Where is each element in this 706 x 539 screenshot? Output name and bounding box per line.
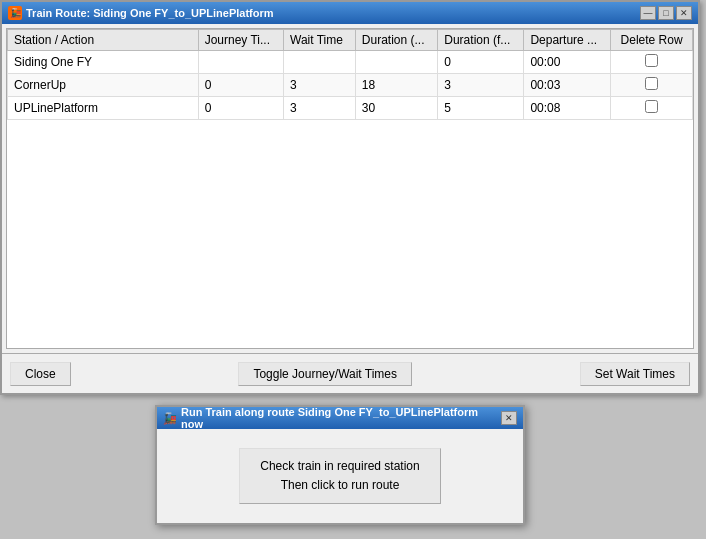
cell-dur2: 0 — [438, 51, 524, 74]
dialog-icon: 🚂 — [163, 412, 177, 425]
cell-journey: 0 — [198, 97, 283, 120]
minimize-button[interactable]: — — [640, 6, 656, 20]
cell-wait: 3 — [284, 97, 356, 120]
cell-station: CornerUp — [8, 74, 199, 97]
title-bar-left: 🚂 Train Route: Siding One FY_to_UPLinePl… — [8, 6, 274, 20]
delete-checkbox[interactable] — [645, 100, 658, 113]
run-route-button[interactable]: Check train in required station Then cli… — [239, 448, 440, 504]
col-header-station: Station / Action — [8, 30, 199, 51]
cell-wait: 3 — [284, 74, 356, 97]
cell-journey — [198, 51, 283, 74]
col-header-dur2: Duration (f... — [438, 30, 524, 51]
cell-journey: 0 — [198, 74, 283, 97]
cell-wait — [284, 51, 356, 74]
col-header-wait: Wait Time — [284, 30, 356, 51]
title-buttons: — □ ✕ — [640, 6, 692, 20]
cell-dur1: 30 — [355, 97, 437, 120]
col-header-journey: Journey Ti... — [198, 30, 283, 51]
route-table: Station / Action Journey Ti... Wait Time… — [7, 29, 693, 120]
dialog-button-line1: Check train in required station — [260, 459, 419, 473]
set-wait-times-button[interactable]: Set Wait Times — [580, 362, 690, 386]
dialog-body: Check train in required station Then cli… — [157, 429, 523, 523]
main-title-bar: 🚂 Train Route: Siding One FY_to_UPLinePl… — [2, 2, 698, 24]
delete-checkbox[interactable] — [645, 54, 658, 67]
dialog-close-button[interactable]: ✕ — [501, 411, 517, 425]
dialog-title-text: Run Train along route Siding One FY_to_U… — [181, 406, 501, 430]
close-button[interactable]: Close — [10, 362, 71, 386]
table-area: Station / Action Journey Ti... Wait Time… — [2, 24, 698, 353]
col-header-delete: Delete Row — [611, 30, 693, 51]
maximize-button[interactable]: □ — [658, 6, 674, 20]
cell-dur2: 3 — [438, 74, 524, 97]
cell-dur1: 18 — [355, 74, 437, 97]
col-header-departure: Departure ... — [524, 30, 611, 51]
cell-station: Siding One FY — [8, 51, 199, 74]
table-row: Siding One FY000:00 — [8, 51, 693, 74]
button-bar: Close Toggle Journey/Wait Times Set Wait… — [2, 353, 698, 393]
dialog-title-left: 🚂 Run Train along route Siding One FY_to… — [163, 406, 501, 430]
cell-station: UPLinePlatform — [8, 97, 199, 120]
dialog-button-line2: Then click to run route — [281, 478, 400, 492]
toggle-journey-button[interactable]: Toggle Journey/Wait Times — [238, 362, 412, 386]
table-row: UPLinePlatform0330500:08 — [8, 97, 693, 120]
main-window: 🚂 Train Route: Siding One FY_to_UPLinePl… — [0, 0, 700, 395]
dialog-title-bar: 🚂 Run Train along route Siding One FY_to… — [157, 407, 523, 429]
table-row: CornerUp0318300:03 — [8, 74, 693, 97]
col-header-dur1: Duration (... — [355, 30, 437, 51]
cell-delete[interactable] — [611, 74, 693, 97]
window-icon: 🚂 — [8, 6, 22, 20]
cell-dur2: 5 — [438, 97, 524, 120]
cell-delete[interactable] — [611, 51, 693, 74]
cell-delete[interactable] — [611, 97, 693, 120]
data-table-container: Station / Action Journey Ti... Wait Time… — [6, 28, 694, 349]
cell-departure: 00:08 — [524, 97, 611, 120]
main-window-title: Train Route: Siding One FY_to_UPLinePlat… — [26, 7, 274, 19]
dialog-window: 🚂 Run Train along route Siding One FY_to… — [155, 405, 525, 525]
cell-departure: 00:00 — [524, 51, 611, 74]
cell-dur1 — [355, 51, 437, 74]
cell-departure: 00:03 — [524, 74, 611, 97]
close-window-button[interactable]: ✕ — [676, 6, 692, 20]
delete-checkbox[interactable] — [645, 77, 658, 90]
